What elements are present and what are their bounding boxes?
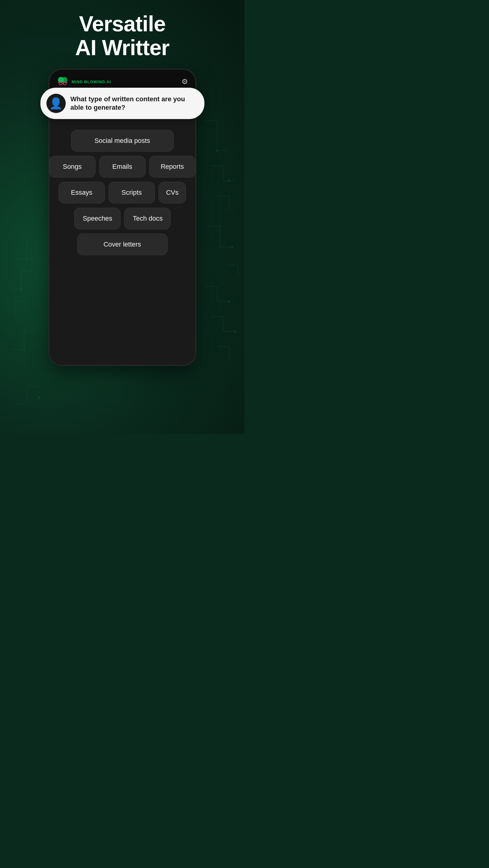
- social-media-button[interactable]: Social media posts: [71, 130, 174, 152]
- emails-button[interactable]: Emails: [99, 156, 146, 178]
- button-row-3: Essays Scripts CVs: [59, 182, 186, 204]
- cvs-button[interactable]: CVs: [159, 182, 186, 204]
- cover-letters-button[interactable]: Cover letters: [77, 234, 167, 255]
- songs-button[interactable]: Songs: [49, 156, 96, 178]
- content-type-buttons: Social media posts Songs Emails Reports …: [56, 130, 189, 255]
- svg-line-15: [66, 82, 67, 83]
- user-icon: 👤: [49, 97, 63, 110]
- title-line-1: Versatile: [75, 12, 170, 36]
- essays-button[interactable]: Essays: [59, 182, 105, 204]
- scripts-button[interactable]: Scripts: [109, 182, 155, 204]
- tech-docs-button[interactable]: Tech docs: [124, 208, 171, 229]
- svg-line-14: [58, 82, 59, 83]
- avatar: 👤: [47, 94, 66, 113]
- app-name: MIND BLOWING AI: [72, 80, 111, 84]
- page-content: Versatile AI Writter 👤 What type of writ…: [0, 0, 245, 434]
- phone-mockup: 👤 What type of written content are you a…: [49, 69, 196, 366]
- settings-icon[interactable]: ⚙: [182, 78, 188, 86]
- reports-button[interactable]: Reports: [149, 156, 196, 178]
- button-row-5: Cover letters: [77, 234, 167, 255]
- title-line-2: AI Writter: [75, 36, 170, 60]
- chat-bubble: 👤 What type of written content are you a…: [40, 88, 205, 119]
- chat-question: What type of written content are you abl…: [70, 95, 197, 112]
- button-row-4: Speeches Tech docs: [74, 208, 171, 229]
- phone-body: Social media posts Songs Emails Reports …: [50, 94, 195, 365]
- brain-icon: [57, 76, 69, 88]
- button-row-1: Social media posts: [71, 130, 174, 152]
- speeches-button[interactable]: Speeches: [74, 208, 121, 229]
- app-logo-area: MIND BLOWING AI: [57, 76, 111, 88]
- hero-title: Versatile AI Writter: [75, 12, 170, 60]
- button-row-2: Songs Emails Reports: [49, 156, 196, 178]
